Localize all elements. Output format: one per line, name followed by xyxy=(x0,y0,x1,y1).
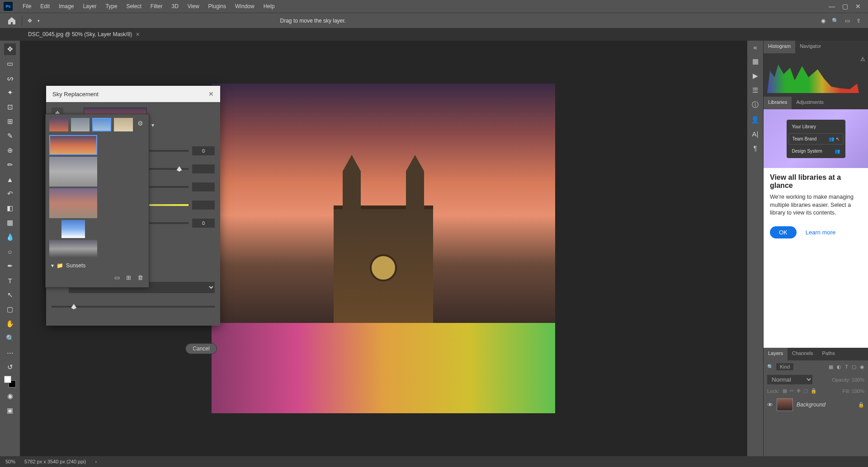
character-icon[interactable]: A| xyxy=(752,130,759,138)
paragraph-icon[interactable]: ¶ xyxy=(753,144,757,152)
slider-5-value[interactable]: 0 xyxy=(192,219,215,228)
preset-thumb-2[interactable] xyxy=(71,118,90,131)
lock-all-icon[interactable]: 🔒 xyxy=(811,388,817,394)
menu-file[interactable]: File xyxy=(18,1,36,11)
user-icon[interactable]: 👤 xyxy=(751,116,760,124)
layer-thumbnail[interactable] xyxy=(777,398,793,411)
preset-thumb-3[interactable] xyxy=(92,118,111,131)
tab-libraries[interactable]: Libraries xyxy=(764,97,792,109)
menu-help[interactable]: Help xyxy=(259,1,279,11)
close-tab-icon[interactable]: ✕ xyxy=(136,32,140,37)
opacity-value[interactable]: 100% xyxy=(852,377,864,383)
lock-position-icon[interactable]: ✥ xyxy=(797,388,801,394)
menu-window[interactable]: Window xyxy=(231,1,259,11)
dialog-titlebar[interactable]: Sky Replacement ✕ xyxy=(46,86,220,102)
more-tools[interactable]: ⋯ xyxy=(4,347,16,359)
stamp-tool[interactable]: ▲ xyxy=(4,173,16,185)
cloud-user-icon[interactable]: ◉ xyxy=(821,18,826,24)
delete-preset-icon[interactable]: 🗑 xyxy=(137,274,143,281)
import-icon[interactable]: ▭ xyxy=(114,274,120,281)
menu-image[interactable]: Image xyxy=(54,1,78,11)
filter-adjust-icon[interactable]: ◐ xyxy=(837,364,841,370)
share-icon[interactable]: ⇪ xyxy=(856,18,861,24)
chevron-right-icon[interactable]: › xyxy=(95,459,97,464)
lasso-tool[interactable]: ᔕ xyxy=(4,72,16,84)
menu-edit[interactable]: Edit xyxy=(36,1,54,11)
workspace-icon[interactable]: ▭ xyxy=(845,18,850,24)
minimize-icon[interactable]: — xyxy=(829,3,835,10)
history-brush-tool[interactable]: ↶ xyxy=(4,188,16,200)
lock-paint-icon[interactable]: ✏ xyxy=(790,388,794,394)
color-swatches[interactable] xyxy=(4,376,16,388)
menu-plugins[interactable]: Plugins xyxy=(204,1,231,11)
preset-large-5[interactable] xyxy=(49,240,97,258)
zoom-tool[interactable]: 🔍 xyxy=(4,332,16,344)
slider-1-value[interactable]: 0 xyxy=(192,146,215,155)
hand-tool[interactable]: ✋ xyxy=(4,318,16,330)
eraser-tool[interactable]: ◧ xyxy=(4,202,16,214)
filter-shape-icon[interactable]: ▢ xyxy=(852,364,856,370)
search-icon[interactable]: 🔍 xyxy=(832,18,839,24)
edit-toolbar[interactable]: ↺ xyxy=(4,361,16,373)
close-window-icon[interactable]: ✕ xyxy=(855,3,861,10)
menu-filter[interactable]: Filter xyxy=(146,1,167,11)
panel-icon-1[interactable]: ▦ xyxy=(752,57,759,65)
close-dialog-icon[interactable]: ✕ xyxy=(208,90,214,98)
filter-pixel-icon[interactable]: ▦ xyxy=(829,364,833,370)
collapse-icon[interactable]: « xyxy=(753,43,757,51)
preset-large-2[interactable] xyxy=(49,157,97,187)
quickmask-icon[interactable]: ◉ xyxy=(4,390,16,402)
type-tool[interactable]: T xyxy=(4,275,16,286)
gradient-tool[interactable]: ▦ xyxy=(4,217,16,229)
eyedropper-tool[interactable]: ✎ xyxy=(4,130,16,142)
heal-tool[interactable]: ⊕ xyxy=(4,145,16,156)
tab-paths[interactable]: Paths xyxy=(818,348,840,360)
maximize-icon[interactable]: ▢ xyxy=(842,3,848,10)
shape-tool[interactable]: ▢ xyxy=(4,304,16,315)
gear-icon[interactable]: ⚙ xyxy=(136,118,145,131)
menu-select[interactable]: Select xyxy=(122,1,146,11)
slider-temp-value[interactable] xyxy=(192,201,215,210)
tab-adjustments[interactable]: Adjustments xyxy=(792,97,828,109)
pen-tool[interactable]: ✒ xyxy=(4,260,16,272)
preset-large-3[interactable] xyxy=(49,188,97,218)
brush-tool[interactable]: ✏ xyxy=(4,159,16,171)
screenmode-icon[interactable]: ▣ xyxy=(4,405,16,416)
move-tool-icon[interactable]: ✥ xyxy=(28,18,32,24)
layer-filter-kind[interactable]: Kind xyxy=(776,363,793,370)
preset-thumb-4[interactable] xyxy=(114,118,133,131)
frame-tool[interactable]: ⊞ xyxy=(4,116,16,127)
learn-more-link[interactable]: Learn more xyxy=(806,229,835,236)
sliders-icon[interactable]: ☰ xyxy=(752,86,758,94)
dropdown-icon[interactable]: ▾ xyxy=(38,19,40,23)
bottom-slider[interactable] xyxy=(52,306,215,308)
warning-icon[interactable]: ⚠ xyxy=(860,56,865,62)
menu-layer[interactable]: Layer xyxy=(78,1,101,11)
tab-histogram[interactable]: Histogram xyxy=(764,41,795,53)
sky-dropdown-icon[interactable]: ▾ xyxy=(151,122,154,128)
slider-2-value[interactable] xyxy=(192,164,215,173)
zoom-level[interactable]: 50% xyxy=(5,459,15,464)
tab-layers[interactable]: Layers xyxy=(764,348,788,360)
doc-info[interactable]: 5782 px x 3540 px (240 ppi) xyxy=(24,459,86,464)
info-icon[interactable]: ⓘ xyxy=(752,101,759,109)
fg-color[interactable] xyxy=(4,376,11,383)
play-icon[interactable]: ▶ xyxy=(753,72,758,80)
slider-3-value[interactable] xyxy=(192,182,215,191)
preset-folder[interactable]: ▾ 📁 Sunsets xyxy=(49,260,145,271)
preset-large-1[interactable] xyxy=(49,135,97,155)
document-tab[interactable]: DSC_0045.jpg @ 50% (Sky, Layer Mask/8) ✕ xyxy=(23,29,145,39)
filter-type-icon[interactable]: T xyxy=(845,364,848,370)
layer-name[interactable]: Background xyxy=(797,402,826,408)
cancel-button[interactable]: Cancel xyxy=(185,343,217,354)
path-tool[interactable]: ↖ xyxy=(4,289,16,301)
tab-navigator[interactable]: Navigator xyxy=(795,41,826,53)
tab-channels[interactable]: Channels xyxy=(788,348,817,360)
lock-transparent-icon[interactable]: ▦ xyxy=(783,388,787,394)
filter-smart-icon[interactable]: ◉ xyxy=(860,364,864,370)
preset-thumb-1[interactable] xyxy=(49,118,68,131)
move-tool[interactable]: ✥ xyxy=(4,43,16,55)
blur-tool[interactable]: 💧 xyxy=(4,231,16,243)
canvas[interactable]: Sky Replacement ✕ ✥ ✏ ✋ 🔍 Sky: ▾ xyxy=(20,41,747,456)
visibility-icon[interactable]: 👁 xyxy=(767,402,773,408)
